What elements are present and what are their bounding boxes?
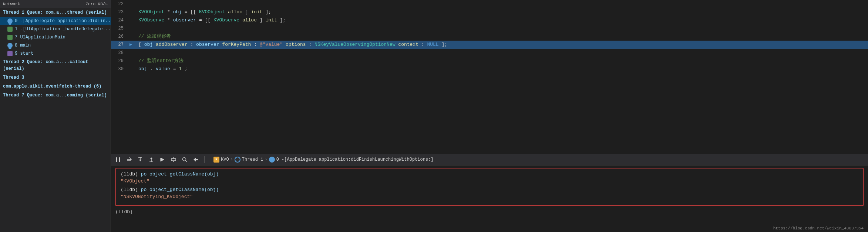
breakpoints-button[interactable] — [169, 156, 178, 164]
console-result-2: "NSKVONotifying_KVObject" — [121, 194, 858, 199]
console-cmd-2: (lldb) po object_getClassName(obj) — [121, 187, 858, 192]
person-icon — [7, 43, 13, 48]
breadcrumb-thread[interactable]: Thread 1 — [235, 157, 263, 163]
punct-23d: ] — [245, 9, 251, 15]
thread-3-separator[interactable]: Thread 3 — [0, 73, 111, 82]
frame-0-label: 0 -[AppDelegate application:didFin... — [15, 18, 111, 24]
console-prompt: (lldb) — [115, 209, 864, 215]
frame-7-label: 7 UIApplicationMain — [15, 34, 65, 41]
code-line-27: 27 ▶ [ obj addObserver : observer forKey… — [111, 41, 868, 49]
frame-9[interactable]: 9 start — [0, 50, 111, 58]
line-num-28: 28 — [111, 49, 129, 57]
line-num-23: 23 — [111, 8, 129, 16]
var-24: observer — [173, 17, 196, 23]
person-icon — [7, 18, 13, 24]
debug-console: (lldb) (lldb) po object_getClassName(obj… — [111, 166, 868, 232]
code-line-24: 24 KVObserve * observer = [[ KVObserve a… — [111, 16, 868, 24]
left-panel: Network Zero KB/s Thread 1 Queue: com.a.… — [0, 0, 111, 232]
console-result-2-text: "NSKVONotifying_KVObject" — [121, 194, 193, 199]
line-num-25: 25 — [111, 24, 129, 33]
thread-2-separator[interactable]: Thread 2 Queue: com.a....callout (serial… — [0, 58, 111, 73]
frame-breadcrumb-icon — [269, 157, 275, 163]
method-27b: forKeyPath — [222, 42, 251, 47]
type-23b: KVOObject — [199, 9, 225, 15]
line-content-24: KVObserve * observer = [[ KVObserve allo… — [137, 16, 868, 24]
thread-breadcrumb-icon — [235, 157, 240, 163]
code-line-22: 22 — [111, 0, 868, 8]
punct-24b: = [[ — [199, 17, 211, 23]
thread-6-label: com.apple.uikit.eventfetch-thread (6) — [3, 84, 101, 89]
square-icon — [7, 51, 13, 56]
frame-1-label: 1 -[UIApplication _handleDelegate... — [15, 26, 111, 33]
location-button[interactable] — [192, 156, 200, 164]
breadcrumb-kvo-label: KVO — [221, 157, 229, 162]
var-27a: obj — [144, 42, 153, 47]
punct-30a: . — [150, 66, 153, 72]
continue-button[interactable] — [158, 156, 166, 164]
console-result-1: "KVObject" — [121, 178, 858, 184]
method-27c: options — [286, 42, 306, 47]
frame-1[interactable]: 1 -[UIApplication _handleDelegate... — [0, 25, 111, 33]
code-line-29: 29 // 监听setter方法 — [111, 57, 868, 65]
code-line-30: 30 obj . value = 1 ; — [111, 65, 868, 73]
thread-1-label: Thread 1 Queue: com.a...thread (serial) — [3, 10, 107, 15]
thread-6-separator[interactable]: com.apple.uikit.eventfetch-thread (6) — [0, 82, 111, 91]
line-num-29: 29 — [111, 57, 129, 65]
punct-23a: * — [167, 9, 170, 15]
kvo-file-icon: K — [213, 157, 219, 163]
network-label: Network — [3, 2, 20, 6]
svg-marker-11 — [161, 158, 164, 161]
var-23: obj — [173, 9, 182, 15]
code-line-28: 28 — [111, 49, 868, 57]
method-24b: init — [265, 17, 277, 23]
type-23: KVOObject — [138, 9, 164, 15]
svg-point-16 — [183, 158, 186, 161]
toolbar-divider — [204, 156, 205, 163]
network-speed: Zero KB/s — [86, 2, 108, 6]
thread-1-separator[interactable]: Thread 1 Queue: com.a...thread (serial) — [0, 8, 111, 17]
frame-9-label: 9 start — [15, 50, 33, 57]
panel-header: Network Zero KB/s — [0, 0, 111, 8]
breadcrumb-kvo[interactable]: KVO — [221, 157, 229, 162]
inspect-button[interactable] — [181, 156, 189, 164]
svg-line-17 — [186, 161, 187, 162]
string-27: @"value" — [260, 42, 283, 47]
breadcrumb-bar: K KVO › Thread 1 › 0 -[AppDelegate appli… — [213, 157, 434, 163]
frame-7[interactable]: 7 UIApplicationMain — [0, 33, 111, 41]
url-bar: https://blog.csdn.net/weixin_43837354 — [773, 226, 864, 231]
svg-rect-1 — [119, 157, 120, 162]
frame-0[interactable]: 0 -[AppDelegate application:didFin... — [0, 17, 111, 25]
type-27: NSKeyValueObservingOptionNew — [314, 42, 395, 47]
svg-rect-0 — [116, 157, 117, 162]
method-27d: context — [398, 42, 418, 47]
step-out-button[interactable] — [147, 156, 155, 164]
thread-2-label: Thread 2 Queue: com.a....callout (serial… — [3, 59, 88, 71]
punct-27c: : — [190, 42, 193, 47]
code-line-26: 26 // 添加观察者 — [111, 33, 868, 41]
code-line-23: 23 KVOObject * obj = [[ KVOObject alloc … — [111, 8, 868, 16]
svg-rect-13 — [171, 158, 176, 161]
line-content-27: [ obj addObserver : observer forKeyPath … — [137, 41, 868, 49]
console-prompt-text: (lldb) — [115, 209, 133, 215]
number-30: 1 — [179, 66, 182, 72]
line-num-30: 30 — [111, 65, 129, 73]
step-into-button[interactable] — [136, 156, 144, 164]
punct-30c: ; — [185, 66, 188, 72]
var-27b: observer — [196, 42, 219, 47]
cmd-text-1-display: po object_getClassName(obj) — [141, 171, 219, 177]
line-num-26: 26 — [111, 33, 129, 41]
thread-7-label: Thread 7 Queue: com.a...coming (serial) — [3, 93, 107, 98]
kw-27: NULL — [427, 42, 438, 47]
pause-button[interactable] — [114, 156, 122, 164]
breadcrumb-sep-1: › — [231, 157, 233, 162]
punct-27a: [ — [138, 42, 141, 47]
breadcrumb-frame[interactable]: 0 -[AppDelegate application:didFinishLau… — [269, 157, 434, 163]
thread-7-separator[interactable]: Thread 7 Queue: com.a...coming (serial) — [0, 91, 111, 100]
url-text: https://blog.csdn.net/weixin_43837354 — [773, 226, 864, 231]
step-over-button[interactable] — [125, 156, 133, 164]
line-content-26: // 添加观察者 — [137, 33, 868, 41]
frame-8[interactable]: 8 main — [0, 41, 111, 50]
punct-24e: ]; — [280, 17, 286, 23]
code-lines: 22 23 KVOObject * obj = [[ KVOObject all… — [111, 0, 868, 154]
cmd-prefix-2: (lldb) — [121, 187, 141, 192]
